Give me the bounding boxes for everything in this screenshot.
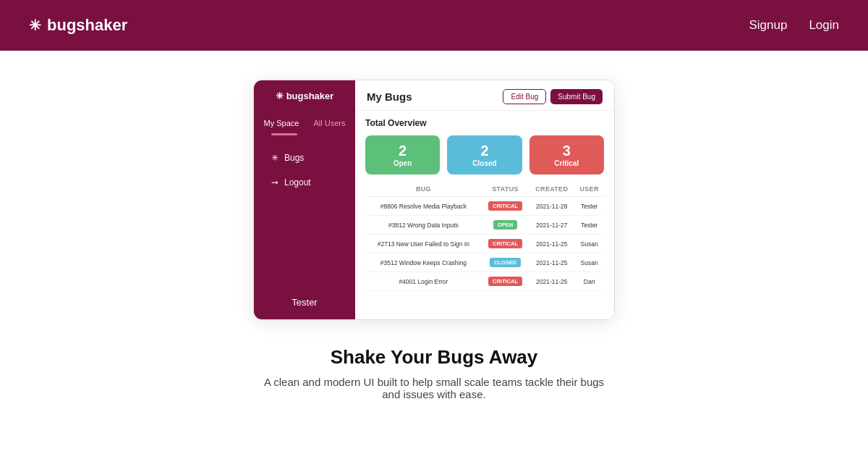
bug-user: Dan (574, 272, 604, 291)
bug-title: #2713 New User Failed to Sign In (365, 235, 482, 253)
tagline-description: A clean and modern UI built to help smal… (260, 376, 608, 400)
sidebar-user: Tester (254, 285, 355, 319)
stat-critical-label: Critical (554, 159, 579, 167)
main-content: My Bugs Edit Bug Submit Bug Total Overvi… (355, 80, 614, 319)
stats-row: 2 Open 2 Closed 3 Critical (365, 135, 604, 175)
sidebar-logo-icon: ✳ (276, 91, 284, 101)
table-row: #3512 Window Keeps Crashing CLOSED 2021-… (365, 253, 604, 272)
sidebar-nav-row: My Space All Users (254, 114, 355, 132)
main-header: ✳ bugshaker Signup Login (0, 0, 868, 51)
bugs-table: BUG STATUS CREATED USER #8806 Resolve Me… (365, 182, 604, 291)
page-title: My Bugs (367, 91, 412, 103)
stat-critical: 3 Critical (529, 135, 604, 175)
content-header: My Bugs Edit Bug Submit Bug (355, 80, 614, 111)
stat-open: 2 Open (365, 135, 440, 175)
bug-status: CLOSED (482, 253, 529, 272)
bug-status: CRITICAL (482, 272, 529, 291)
bug-title: #3812 Wrong Data Inputs (365, 216, 482, 235)
bug-user: Tester (574, 197, 604, 216)
col-created: CREATED (529, 182, 574, 197)
bug-user: Susan (574, 253, 604, 272)
bug-title: #4001 Login Error (365, 272, 482, 291)
col-bug: BUG (365, 182, 482, 197)
bug-created: 2021-11-28 (529, 197, 574, 216)
tagline-heading: Shake Your Bugs Away (260, 346, 608, 369)
sidebar-item-bugs[interactable]: ✳ Bugs (254, 146, 355, 170)
sidebar-logout-label: Logout (284, 177, 311, 188)
bug-created: 2021-11-25 (529, 235, 574, 253)
submit-bug-button[interactable]: Submit Bug (550, 89, 603, 104)
logo-text: bugshaker (47, 16, 127, 35)
col-user: USER (574, 182, 604, 197)
bug-status: CRITICAL (482, 235, 529, 253)
table-row: #3812 Wrong Data Inputs OPEN 2021-11-27 … (365, 216, 604, 235)
table-row: #2713 New User Failed to Sign In CRITICA… (365, 235, 604, 253)
stat-open-count: 2 (399, 143, 407, 159)
sidebar: ✳ bugshaker My Space All Users ✳ Bugs ➙ … (254, 80, 355, 319)
bug-title: #3512 Window Keeps Crashing (365, 253, 482, 272)
sidebar-item-logout[interactable]: ➙ Logout (254, 170, 355, 195)
bug-user: Susan (574, 235, 604, 253)
col-status: STATUS (482, 182, 529, 197)
logout-icon: ➙ (271, 177, 278, 188)
sidebar-nav-allusers[interactable]: All Users (306, 114, 352, 132)
stat-closed-count: 2 (480, 143, 488, 159)
bug-title: #8806 Resolve Media Playback (365, 197, 482, 216)
bug-created: 2021-11-27 (529, 216, 574, 235)
sidebar-logo: ✳ bugshaker (276, 91, 334, 101)
sidebar-nav-myspace[interactable]: My Space (257, 114, 307, 132)
bug-status: CRITICAL (482, 197, 529, 216)
stat-critical-count: 3 (563, 143, 571, 159)
bugs-icon: ✳ (271, 153, 278, 163)
stat-open-label: Open (393, 159, 412, 167)
signup-link[interactable]: Signup (749, 18, 787, 33)
hero-section: ✳ bugshaker My Space All Users ✳ Bugs ➙ … (0, 51, 868, 429)
sidebar-active-underline (271, 133, 297, 135)
table-row: #8806 Resolve Media Playback CRITICAL 20… (365, 197, 604, 216)
bug-created: 2021-11-25 (529, 272, 574, 291)
overview-section: Total Overview 2 Open 2 Closed 3 Critica… (355, 111, 614, 295)
logo-icon: ✳ (29, 17, 41, 34)
stat-closed-label: Closed (472, 159, 496, 167)
action-buttons: Edit Bug Submit Bug (503, 89, 603, 104)
overview-title: Total Overview (365, 118, 604, 128)
sidebar-logo-text: bugshaker (286, 91, 334, 101)
bug-created: 2021-11-25 (529, 253, 574, 272)
header-logo: ✳ bugshaker (29, 16, 127, 35)
stat-closed: 2 Closed (447, 135, 522, 175)
table-row: #4001 Login Error CRITICAL 2021-11-25 Da… (365, 272, 604, 291)
edit-bug-button[interactable]: Edit Bug (503, 89, 546, 104)
bug-user: Tester (574, 216, 604, 235)
tagline-section: Shake Your Bugs Away A clean and modern … (246, 320, 622, 408)
login-link[interactable]: Login (809, 18, 839, 33)
header-nav: Signup Login (749, 18, 839, 33)
app-screenshot: ✳ bugshaker My Space All Users ✳ Bugs ➙ … (253, 80, 615, 320)
bug-status: OPEN (482, 216, 529, 235)
sidebar-bugs-label: Bugs (284, 153, 304, 163)
